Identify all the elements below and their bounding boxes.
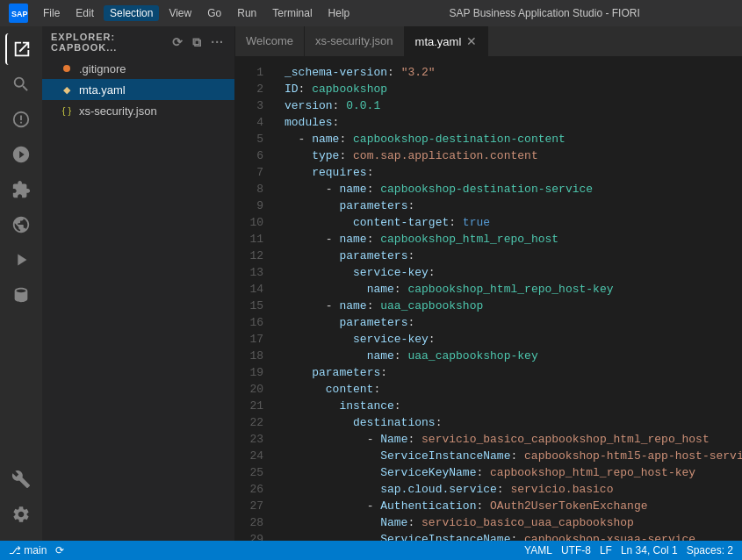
code-line-4: 4 modules: xyxy=(235,114,742,131)
sap-logo-icon: SAP xyxy=(9,4,28,23)
menu-file[interactable]: File xyxy=(37,5,66,21)
tools-icon[interactable] xyxy=(5,463,37,495)
code-line-1: 1 _schema-version: "3.2" xyxy=(235,64,742,81)
code-line-2: 2 ID: capbookshop xyxy=(235,81,742,97)
sidebar-more-icon[interactable]: ··· xyxy=(209,33,226,51)
gitignore-file-icon xyxy=(60,61,74,75)
code-line-8: 8 - name: capbookshop-destination-servic… xyxy=(235,181,742,197)
extensions-icon[interactable] xyxy=(5,174,37,205)
code-line-5: 5 - name: capbookshop-destination-conten… xyxy=(235,131,742,147)
status-bar-left: ⎇ main ⟳ xyxy=(9,544,64,556)
code-line-26: 26 sap.cloud.service: servicio.basico xyxy=(235,481,742,498)
status-bar-right: YAML UTF-8 LF Ln 34, Col 1 Spaces: 2 xyxy=(524,544,733,556)
tab-mta-yaml-close[interactable]: ✕ xyxy=(466,35,477,47)
code-line-16: 16 parameters: xyxy=(235,314,742,331)
svg-text:SAP: SAP xyxy=(11,10,28,18)
code-line-22: 22 destinations: xyxy=(235,414,742,431)
code-line-13: 13 service-key: xyxy=(235,264,742,281)
tab-mta-yaml[interactable]: mta.yaml ✕ xyxy=(405,26,489,56)
code-line-17: 17 service-key: xyxy=(235,331,742,348)
titlebar-left: SAP File Edit Selection View Go Run Term… xyxy=(9,4,356,23)
menu-help[interactable]: Help xyxy=(322,5,357,21)
code-line-11: 11 - name: capbookshop_html_repo_host xyxy=(235,231,742,248)
code-line-24: 24 ServiceInstanceName: capbookshop-html… xyxy=(235,448,742,464)
sidebar: EXPLORER: CAPBOOK... ⟳ ⧉ ··· .gitignore … xyxy=(42,26,235,541)
code-line-6: 6 type: com.sap.application.content xyxy=(235,147,742,164)
main-area: EXPLORER: CAPBOOK... ⟳ ⧉ ··· .gitignore … xyxy=(0,26,742,541)
yaml-file-icon: ◆ xyxy=(60,83,74,97)
code-line-10: 10 content-target: true xyxy=(235,214,742,231)
run-icon[interactable] xyxy=(5,244,37,276)
file-name-xs-security: xs-security.json xyxy=(79,104,157,118)
code-line-3: 3 version: 0.0.1 xyxy=(235,97,742,114)
debug-icon[interactable] xyxy=(5,139,37,170)
sidebar-actions: ⟳ ⧉ ··· xyxy=(170,33,226,52)
code-line-28: 28 Name: servicio_basico_uaa_capbookshop xyxy=(235,514,742,531)
menu-view[interactable]: View xyxy=(162,5,198,21)
editor-area: Welcome xs-security.json mta.yaml ✕ 1 _s… xyxy=(235,26,742,541)
status-sync[interactable]: ⟳ xyxy=(55,544,64,556)
code-line-19: 19 parameters: xyxy=(235,364,742,381)
code-line-23: 23 - Name: servicio_basico_capbookshop_h… xyxy=(235,431,742,448)
tab-xs-security-label: xs-security.json xyxy=(315,34,393,47)
status-spaces[interactable]: Spaces: 2 xyxy=(687,544,733,556)
code-line-15: 15 - name: uaa_capbookshop xyxy=(235,298,742,314)
settings-icon[interactable] xyxy=(5,499,37,530)
status-cursor[interactable]: Ln 34, Col 1 xyxy=(621,544,678,556)
file-item-mta[interactable]: ◆ mta.yaml xyxy=(42,79,234,100)
sidebar-refresh-icon[interactable]: ⟳ xyxy=(170,33,185,51)
tabs-bar: Welcome xs-security.json mta.yaml ✕ xyxy=(235,26,742,57)
menu-edit[interactable]: Edit xyxy=(69,5,100,21)
code-line-14: 14 name: capbookshop_html_repo_host-key xyxy=(235,281,742,298)
menu-selection[interactable]: Selection xyxy=(104,5,159,21)
tab-welcome[interactable]: Welcome xyxy=(235,26,305,56)
explorer-icon[interactable] xyxy=(5,33,37,65)
remote-icon[interactable] xyxy=(5,209,37,241)
titlebar: SAP File Edit Selection View Go Run Term… xyxy=(0,0,742,26)
json-file-icon: { } xyxy=(60,104,74,118)
code-line-27: 27 - Authentication: OAuth2UserTokenExch… xyxy=(235,498,742,514)
file-item-xs-security[interactable]: { } xs-security.json xyxy=(42,100,234,121)
code-line-21: 21 instance: xyxy=(235,398,742,414)
tab-welcome-label: Welcome xyxy=(246,34,293,47)
file-item-gitignore[interactable]: .gitignore xyxy=(42,58,234,79)
search-icon[interactable] xyxy=(5,68,37,100)
status-language[interactable]: YAML xyxy=(524,544,552,556)
code-line-7: 7 requires: xyxy=(235,164,742,181)
file-name-mta: mta.yaml xyxy=(79,83,126,97)
code-editor[interactable]: 1 _schema-version: "3.2" 2 ID: capbooksh… xyxy=(235,57,742,541)
menu-terminal[interactable]: Terminal xyxy=(266,5,318,21)
tab-mta-yaml-label: mta.yaml xyxy=(415,35,462,48)
git-icon[interactable] xyxy=(5,104,37,135)
code-line-25: 25 ServiceKeyName: capbookshop_html_repo… xyxy=(235,464,742,481)
database-icon[interactable] xyxy=(5,279,37,311)
sidebar-collapse-icon[interactable]: ⧉ xyxy=(191,33,204,52)
status-branch[interactable]: ⎇ main xyxy=(9,544,47,556)
menu-run[interactable]: Run xyxy=(231,5,263,21)
code-line-9: 9 parameters: xyxy=(235,197,742,214)
menu-go[interactable]: Go xyxy=(201,5,227,21)
activity-bar xyxy=(0,26,42,541)
status-encoding[interactable]: UTF-8 xyxy=(561,544,591,556)
code-line-12: 12 parameters: xyxy=(235,248,742,264)
code-line-18: 18 name: uaa_capbookshop-key xyxy=(235,348,742,364)
app-title: SAP Business Application Studio - FIORI xyxy=(356,7,733,19)
code-line-29: 29 ServiceInstanceName: capbookshop-xsua… xyxy=(235,531,742,541)
status-eol[interactable]: LF xyxy=(600,544,612,556)
file-name-gitignore: .gitignore xyxy=(79,62,126,75)
tab-xs-security[interactable]: xs-security.json xyxy=(305,26,405,56)
status-bar: ⎇ main ⟳ YAML UTF-8 LF Ln 34, Col 1 Spac… xyxy=(0,541,742,560)
sidebar-title: EXPLORER: CAPBOOK... xyxy=(51,32,170,53)
sidebar-header: EXPLORER: CAPBOOK... ⟳ ⧉ ··· xyxy=(42,26,234,58)
code-line-20: 20 content: xyxy=(235,381,742,398)
